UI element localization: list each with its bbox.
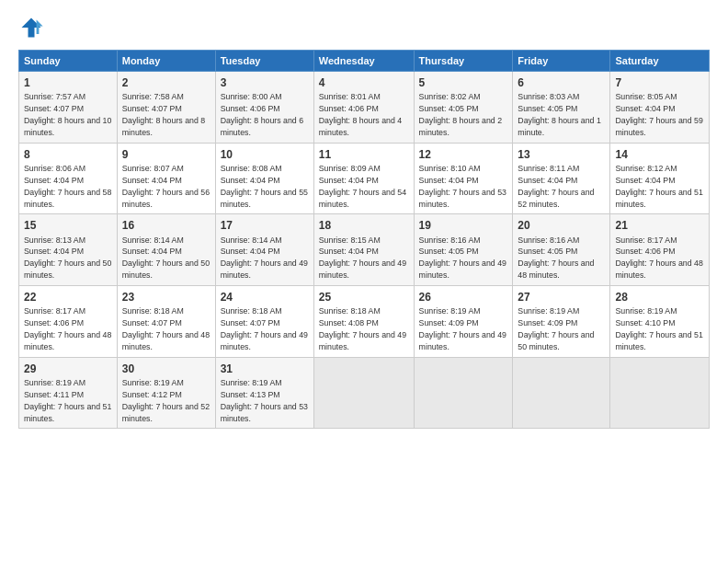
day-number: 17	[221, 218, 309, 233]
day-number: 7	[615, 75, 704, 90]
day-info: Sunrise: 8:11 AMSunset: 4:04 PMDaylight:…	[518, 164, 594, 209]
calendar-cell: 14Sunrise: 8:12 AMSunset: 4:04 PMDayligh…	[610, 143, 710, 214]
day-number: 13	[518, 147, 605, 162]
calendar-cell: 27Sunrise: 8:19 AMSunset: 4:09 PMDayligh…	[513, 286, 610, 358]
calendar-cell: 2Sunrise: 7:58 AMSunset: 4:07 PMDaylight…	[117, 72, 215, 144]
day-number: 1	[24, 75, 112, 90]
calendar-cell: 26Sunrise: 8:19 AMSunset: 4:09 PMDayligh…	[414, 286, 513, 358]
day-number: 12	[419, 147, 508, 162]
day-number: 6	[518, 75, 605, 90]
day-info: Sunrise: 8:19 AMSunset: 4:09 PMDaylight:…	[518, 306, 594, 351]
day-info: Sunrise: 8:19 AMSunset: 4:09 PMDaylight:…	[419, 306, 506, 351]
day-number: 31	[221, 362, 309, 376]
day-number: 24	[221, 290, 309, 304]
day-number: 23	[122, 290, 210, 304]
day-number: 29	[24, 362, 112, 376]
calendar-cell: 17Sunrise: 8:14 AMSunset: 4:04 PMDayligh…	[215, 214, 313, 286]
calendar-cell: 7Sunrise: 8:05 AMSunset: 4:04 PMDaylight…	[610, 72, 710, 144]
day-info: Sunrise: 8:10 AMSunset: 4:04 PMDaylight:…	[419, 164, 506, 209]
calendar-week-row: 1Sunrise: 7:57 AMSunset: 4:07 PMDaylight…	[19, 72, 710, 144]
day-number: 27	[518, 290, 605, 304]
day-number: 15	[24, 218, 112, 233]
calendar-cell: 21Sunrise: 8:17 AMSunset: 4:06 PMDayligh…	[610, 214, 710, 286]
calendar-cell: 15Sunrise: 8:13 AMSunset: 4:04 PMDayligh…	[19, 214, 118, 286]
calendar-cell	[313, 357, 414, 429]
day-info: Sunrise: 8:19 AMSunset: 4:11 PMDaylight:…	[24, 378, 111, 423]
day-info: Sunrise: 8:09 AMSunset: 4:04 PMDaylight:…	[319, 164, 406, 209]
day-info: Sunrise: 8:15 AMSunset: 4:04 PMDaylight:…	[319, 236, 406, 281]
day-info: Sunrise: 7:58 AMSunset: 4:07 PMDaylight:…	[122, 92, 205, 137]
day-number: 10	[221, 147, 309, 162]
day-number: 5	[419, 75, 508, 90]
day-number: 18	[319, 218, 409, 233]
day-info: Sunrise: 8:05 AMSunset: 4:04 PMDaylight:…	[615, 92, 702, 137]
weekday-header: Tuesday	[215, 51, 313, 72]
calendar-cell: 28Sunrise: 8:19 AMSunset: 4:10 PMDayligh…	[610, 286, 710, 358]
day-info: Sunrise: 8:06 AMSunset: 4:04 PMDaylight:…	[24, 164, 111, 209]
day-info: Sunrise: 8:01 AMSunset: 4:06 PMDaylight:…	[319, 92, 402, 137]
day-info: Sunrise: 8:17 AMSunset: 4:06 PMDaylight:…	[24, 306, 111, 351]
calendar-cell: 24Sunrise: 8:18 AMSunset: 4:07 PMDayligh…	[215, 286, 313, 358]
calendar-cell: 30Sunrise: 8:19 AMSunset: 4:12 PMDayligh…	[117, 357, 215, 429]
day-info: Sunrise: 8:08 AMSunset: 4:04 PMDaylight:…	[221, 164, 308, 209]
calendar-cell	[610, 357, 710, 429]
calendar-cell: 9Sunrise: 8:07 AMSunset: 4:04 PMDaylight…	[117, 143, 215, 214]
calendar-header-row: SundayMondayTuesdayWednesdayThursdayFrid…	[19, 51, 710, 72]
weekday-header: Thursday	[414, 51, 513, 72]
calendar-cell: 3Sunrise: 8:00 AMSunset: 4:06 PMDaylight…	[215, 72, 313, 144]
calendar-cell: 22Sunrise: 8:17 AMSunset: 4:06 PMDayligh…	[19, 286, 118, 358]
calendar-cell: 13Sunrise: 8:11 AMSunset: 4:04 PMDayligh…	[513, 143, 610, 214]
weekday-header: Wednesday	[313, 51, 414, 72]
calendar-week-row: 29Sunrise: 8:19 AMSunset: 4:11 PMDayligh…	[19, 357, 710, 429]
day-info: Sunrise: 8:14 AMSunset: 4:04 PMDaylight:…	[221, 236, 308, 281]
calendar-cell: 16Sunrise: 8:14 AMSunset: 4:04 PMDayligh…	[117, 214, 215, 286]
calendar-cell	[513, 357, 610, 429]
day-info: Sunrise: 8:19 AMSunset: 4:13 PMDaylight:…	[221, 378, 308, 423]
logo-icon	[18, 15, 44, 40]
day-info: Sunrise: 8:18 AMSunset: 4:07 PMDaylight:…	[122, 306, 210, 351]
weekday-header: Sunday	[19, 51, 118, 72]
day-number: 26	[419, 290, 508, 304]
day-info: Sunrise: 8:18 AMSunset: 4:08 PMDaylight:…	[319, 306, 406, 351]
calendar-cell: 11Sunrise: 8:09 AMSunset: 4:04 PMDayligh…	[313, 143, 414, 214]
day-info: Sunrise: 8:13 AMSunset: 4:04 PMDaylight:…	[24, 236, 111, 281]
weekday-header: Saturday	[610, 51, 710, 72]
day-info: Sunrise: 8:16 AMSunset: 4:05 PMDaylight:…	[518, 236, 594, 281]
day-info: Sunrise: 7:57 AMSunset: 4:07 PMDaylight:…	[24, 92, 111, 137]
day-number: 30	[122, 362, 210, 376]
day-number: 8	[24, 147, 112, 162]
calendar-cell: 4Sunrise: 8:01 AMSunset: 4:06 PMDaylight…	[313, 72, 414, 144]
calendar-cell: 19Sunrise: 8:16 AMSunset: 4:05 PMDayligh…	[414, 214, 513, 286]
calendar-cell: 12Sunrise: 8:10 AMSunset: 4:04 PMDayligh…	[414, 143, 513, 214]
day-info: Sunrise: 8:18 AMSunset: 4:07 PMDaylight:…	[221, 306, 308, 351]
day-info: Sunrise: 8:00 AMSunset: 4:06 PMDaylight:…	[221, 92, 303, 137]
day-info: Sunrise: 8:02 AMSunset: 4:05 PMDaylight:…	[419, 92, 502, 137]
day-number: 3	[221, 75, 309, 90]
day-number: 4	[319, 75, 409, 90]
weekday-header: Friday	[513, 51, 610, 72]
day-info: Sunrise: 8:16 AMSunset: 4:05 PMDaylight:…	[419, 236, 506, 281]
day-number: 2	[122, 75, 210, 90]
day-info: Sunrise: 8:17 AMSunset: 4:06 PMDaylight:…	[615, 236, 702, 281]
day-info: Sunrise: 8:03 AMSunset: 4:05 PMDaylight:…	[518, 92, 600, 137]
day-number: 9	[122, 147, 210, 162]
calendar-cell: 31Sunrise: 8:19 AMSunset: 4:13 PMDayligh…	[215, 357, 313, 429]
day-info: Sunrise: 8:19 AMSunset: 4:12 PMDaylight:…	[122, 378, 210, 423]
day-info: Sunrise: 8:12 AMSunset: 4:04 PMDaylight:…	[615, 164, 702, 209]
calendar-week-row: 15Sunrise: 8:13 AMSunset: 4:04 PMDayligh…	[19, 214, 710, 286]
day-number: 16	[122, 218, 210, 233]
day-number: 19	[419, 218, 508, 233]
day-info: Sunrise: 8:14 AMSunset: 4:04 PMDaylight:…	[122, 236, 210, 281]
day-number: 11	[319, 147, 409, 162]
page: SundayMondayTuesdayWednesdayThursdayFrid…	[0, 0, 728, 563]
calendar-cell: 6Sunrise: 8:03 AMSunset: 4:05 PMDaylight…	[513, 72, 610, 144]
calendar-cell: 25Sunrise: 8:18 AMSunset: 4:08 PMDayligh…	[313, 286, 414, 358]
day-number: 22	[24, 290, 112, 304]
calendar-cell: 5Sunrise: 8:02 AMSunset: 4:05 PMDaylight…	[414, 72, 513, 144]
day-number: 21	[615, 218, 704, 233]
calendar-cell	[414, 357, 513, 429]
day-number: 14	[615, 147, 704, 162]
logo	[18, 15, 46, 40]
day-number: 20	[518, 218, 605, 233]
calendar-cell: 1Sunrise: 7:57 AMSunset: 4:07 PMDaylight…	[19, 72, 118, 144]
